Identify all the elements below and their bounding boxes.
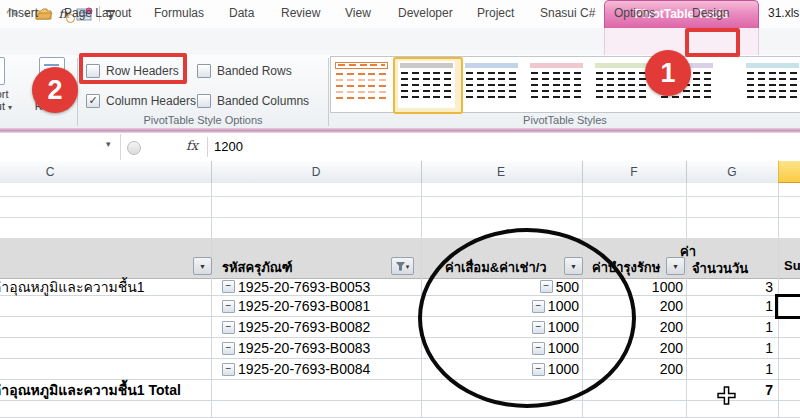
tab-page-layout[interactable]: Page Layout xyxy=(64,0,131,27)
banded-rows-checkbox[interactable]: Banded Rows xyxy=(197,64,292,78)
cell-days: 1 xyxy=(686,296,778,316)
column-header-e[interactable]: E xyxy=(481,161,521,183)
report-layout-icon xyxy=(0,57,5,85)
pivot-row[interactable]: −1925-20-7693-B0083 −1000 200 1 xyxy=(0,338,800,359)
tab-snasui[interactable]: Snasui C# xyxy=(540,0,595,27)
column-header-strip: C D E F G xyxy=(0,161,800,184)
formula-bar-separator xyxy=(207,137,208,157)
empty-row[interactable] xyxy=(0,401,800,418)
checkbox-icon xyxy=(197,64,211,78)
column-divider xyxy=(582,161,583,183)
selected-cell-border[interactable] xyxy=(775,294,800,319)
pivottable-styles-group-label: PivotTable Styles xyxy=(330,114,800,126)
tab-formulas[interactable]: Formulas xyxy=(154,0,204,27)
document-title: 31.xls xyxy=(768,6,799,20)
cell-code: −1925-20-7693-B0082 xyxy=(211,317,421,337)
funnel-icon xyxy=(396,262,405,271)
column-header-c[interactable]: C xyxy=(30,161,70,183)
collapse-button[interactable]: − xyxy=(222,321,235,334)
formula-bar-value[interactable]: 1200 xyxy=(214,139,243,154)
cell-days: 3 xyxy=(686,278,778,295)
column-divider xyxy=(686,161,687,183)
filter-dropdown-c[interactable]: ▼ xyxy=(193,257,212,275)
cell-code: −1925-20-7693-B0083 xyxy=(211,338,421,358)
pivot-total-row[interactable]: ค่าอุณหภูมิและความชื้น1 Total 7 xyxy=(0,380,800,401)
checkbox-checked-icon: ✓ xyxy=(86,94,100,108)
tab-design[interactable]: Design xyxy=(692,0,729,27)
annotation-box-row-headers xyxy=(79,53,187,84)
column-divider xyxy=(211,161,212,183)
column-header-d[interactable]: D xyxy=(296,161,336,183)
pivot-row[interactable]: ค่าอุณหภูมิและความชื้น1 −1925-20-7693-B0… xyxy=(0,278,800,296)
group-separator xyxy=(328,58,329,126)
cell-row-label: ค่าอุณหภูมิและความชื้น1 xyxy=(0,278,211,295)
checkbox-icon xyxy=(197,94,211,108)
style-options-group-label: PivotTable Style Options xyxy=(78,114,328,126)
collapse-button[interactable]: − xyxy=(222,363,235,376)
cell-cursor-icon xyxy=(717,386,736,405)
column-headers-label: Column Headers xyxy=(106,94,196,108)
pivot-header-sum-clipped: Su xyxy=(784,258,800,273)
collapse-button[interactable]: − xyxy=(222,342,235,355)
step-2-badge: 2 xyxy=(32,67,78,113)
pivot-header-days-line2: จำนวนวัน xyxy=(692,258,748,279)
style-thumbnail-orange[interactable] xyxy=(333,61,390,108)
annotation-ellipse xyxy=(418,228,636,408)
column-header-f[interactable]: F xyxy=(614,161,654,183)
filter-funnel-d[interactable]: ▾ xyxy=(391,257,414,275)
banded-columns-label: Banded Columns xyxy=(217,94,309,108)
cell-days: 1 xyxy=(686,359,778,379)
style-thumbnail-selected[interactable] xyxy=(393,57,463,114)
column-divider xyxy=(421,161,422,183)
gridline xyxy=(0,217,800,218)
pivot-row[interactable]: −1925-20-7693-B0082 −1000 200 1 xyxy=(0,317,800,338)
cell-days: 1 xyxy=(686,317,778,337)
banded-rows-label: Banded Rows xyxy=(217,64,292,78)
column-header-h-selected[interactable] xyxy=(778,161,800,183)
style-thumbnail-green[interactable] xyxy=(593,61,650,108)
style-thumbnail-teal[interactable] xyxy=(744,61,800,108)
tab-options[interactable]: Options xyxy=(614,0,655,27)
formula-bar: ▾ fx 1200 xyxy=(0,133,800,162)
style-thumbnail-pink[interactable] xyxy=(528,61,585,108)
pivot-header-code: รหัสครุภัณฑ์ xyxy=(222,257,293,278)
collapse-button[interactable]: − xyxy=(222,300,235,313)
column-header-g[interactable]: G xyxy=(712,161,752,183)
collapse-button[interactable]: − xyxy=(222,280,235,293)
formula-bar-handle[interactable] xyxy=(127,141,141,155)
cell-total-label: ค่าอุณหภูมิและความชื้น1 Total xyxy=(0,380,211,400)
tab-data[interactable]: Data xyxy=(229,0,254,27)
insert-function-fx-icon[interactable]: fx xyxy=(186,138,198,153)
banded-columns-checkbox[interactable]: Banded Columns xyxy=(197,94,309,108)
cell-code: −1925-20-7693-B0053 xyxy=(211,278,421,295)
cell-days: 1 xyxy=(686,338,778,358)
gridline xyxy=(0,196,800,197)
tab-project[interactable]: Project xyxy=(477,0,514,27)
cell-code: −1925-20-7693-B0081 xyxy=(211,296,421,316)
tab-developer[interactable]: Developer xyxy=(398,0,453,27)
name-box-dropdown-icon[interactable]: ▾ xyxy=(106,139,111,149)
annotation-box-design-tab xyxy=(685,28,740,57)
pivot-row[interactable]: −1925-20-7693-B0081 −1000 200 1 xyxy=(0,296,800,317)
style-thumbnail-blue[interactable] xyxy=(463,61,520,108)
chevron-down-icon: ▾ xyxy=(8,103,12,112)
filter-dropdown-f[interactable]: ▼ xyxy=(666,257,685,275)
step-1-badge: 1 xyxy=(645,50,691,96)
tab-insert[interactable]: Insert xyxy=(8,0,38,27)
cell-code: −1925-20-7693-B0084 xyxy=(211,359,421,379)
spreadsheet-grid[interactable]: รหัสครุภัณฑ์ ค่าเสื่อม&ค่าเช่า/ว ค่าบำรุ… xyxy=(0,183,800,418)
pivot-row[interactable]: −1925-20-7693-B0084 −1000 200 1 xyxy=(0,359,800,380)
name-box-border xyxy=(120,134,121,160)
tab-review[interactable]: Review xyxy=(281,0,320,27)
column-headers-checkbox[interactable]: ✓ Column Headers xyxy=(86,94,196,108)
tab-view[interactable]: View xyxy=(345,0,371,27)
report-layout-button[interactable]: Report Layout ▾ xyxy=(0,57,18,114)
pivottable-styles-gallery xyxy=(330,56,800,113)
